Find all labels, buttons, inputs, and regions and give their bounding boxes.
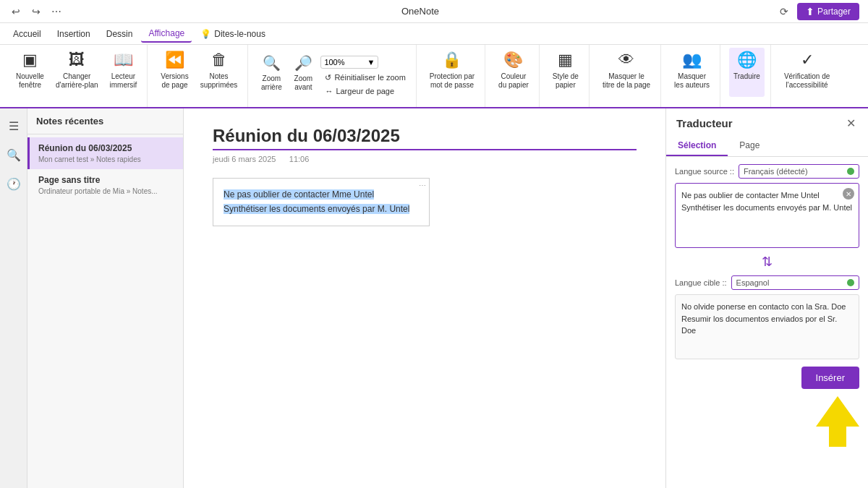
page-width-label: Largeur de page [336,87,394,95]
reset-zoom-label: Réinitialiser le zoom [334,73,405,82]
ribbon-group-view: ▣ Nouvellefenêtre 🖼 Changerd'arrière-pla… [6,45,148,107]
sidebar-icon-notes[interactable]: ☰ [2,114,25,137]
immersive-reader-icon: 📖 [114,51,133,69]
paper-color-icon: 🎨 [503,51,523,69]
sidebar-icon-recent[interactable]: 🕐 [2,172,25,195]
new-window-label: Nouvellefenêtre [16,72,44,90]
menu-dessin[interactable]: Dessin [99,26,140,42]
note-item-0-title: Réunion du 06/03/2025 [38,143,174,153]
translator-body: Langue source :: Français (détecté) Ne p… [666,157,868,488]
app-title: OneNote [401,6,439,17]
ribbon-group-hide-title: 👁 Masquer letitre de la page [592,45,661,107]
main-layout: ☰ 🔍 🕐 Notes récentes Réunion du 06/03/20… [0,108,868,488]
paper-style-button[interactable]: ▦ Style depapier [548,48,583,97]
note-item-0[interactable]: Réunion du 06/03/2025 Mon carnet test » … [27,137,183,169]
page-width-button[interactable]: ↔ Largeur de page [320,85,409,97]
menu-accueil[interactable]: Accueil [6,26,48,42]
title-bar: ↩ ↪ ⋯ OneNote ⟳ ⬆ Partager [0,0,868,23]
translate-button[interactable]: 🌐 Traduire [729,48,765,97]
sidebar-icons: ☰ 🔍 🕐 [0,108,27,488]
translate-label: Traduire [733,72,760,81]
note-item-1-subtitle: Ordinateur portable de Mia » Notes... [38,187,174,195]
accessibility-icon: ✓ [801,51,814,69]
ribbon-group-history-buttons: ⏪ Versionsde page 🗑 Notessupprimées [156,48,242,97]
undo-icon[interactable]: ↩ [9,4,23,19]
content-line-0-highlighted: Ne pas oublier de contacter Mme Untel [224,189,374,200]
ribbon-group-translate: 🌐 Traduire [723,45,771,107]
drag-handle[interactable]: ⋯ [417,180,427,190]
translator-close-button[interactable]: ✕ [843,116,858,130]
insert-button[interactable]: Insérer [801,367,859,389]
page-title: Réunion du 06/03/2025 [213,126,637,150]
ribbon-group-zoom: 🔍 Zoomarrière 🔎 Zoomavant 100% ▼ ↺ Réini… [251,45,416,107]
translator-tabs: Sélection Page [666,136,868,157]
immersive-reader-label: Lecteurimmersif [110,72,137,90]
notes-supprimees-button[interactable]: 🗑 Notessupprimées [196,48,242,97]
page-date-text: jeudi 6 mars 2025 [213,155,276,163]
clear-source-button[interactable]: ✕ [843,188,854,200]
tab-page[interactable]: Page [728,136,771,156]
nouvelle-fenetre-button[interactable]: ▣ Nouvellefenêtre [12,48,48,97]
notes-list-separator [27,134,183,134]
menu-dites-le-nous[interactable]: 💡 Dites-le-nous [193,26,273,42]
translation-output: No olvide ponerse en contacto con la Sra… [675,294,859,359]
zoom-in-icon: 🔎 [294,54,312,72]
zoom-value: 100% [324,58,344,67]
hide-title-label: Masquer letitre de la page [603,72,650,90]
zoom-out-label: Zoomarrière [261,74,282,92]
hide-title-button[interactable]: 👁 Masquer letitre de la page [598,48,655,97]
zoom-sub-buttons: ↺ Réinitialiser le zoom ↔ Largeur de pag… [320,72,409,97]
menu-insertion[interactable]: Insertion [50,26,98,42]
note-content-box[interactable]: ⋯ Ne pas oublier de contacter Mme Untel … [213,178,430,226]
hide-authors-label: Masquerles auteurs [674,72,710,90]
ribbon-group-accessibility: ✓ Vérification del'accessibilité [774,45,840,107]
source-lang-value: Français (détecté) [744,167,808,176]
accessibility-button[interactable]: ✓ Vérification del'accessibilité [780,48,834,97]
notes-list: Notes récentes Réunion du 06/03/2025 Mon… [27,108,184,488]
swap-languages-button[interactable]: ⇅ [762,254,773,270]
zoom-out-icon: 🔍 [263,54,281,72]
redo-icon[interactable]: ↪ [29,4,43,19]
content-line-1-highlighted: Synthétiser les documents envoyés par M.… [224,204,409,214]
lecteur-immersif-button[interactable]: 📖 Lecteurimmersif [106,48,142,97]
translator-title: Traducteur [676,117,733,129]
menu-bar: Accueil Insertion Dessin Affichage 💡 Dit… [0,23,868,45]
paper-color-button[interactable]: 🎨 Couleurdu papier [494,48,533,97]
note-item-1[interactable]: Page sans titre Ordinateur portable de M… [27,169,183,201]
notes-list-header: Notes récentes [27,108,183,131]
source-textarea[interactable]: Ne pas oublier de contacter Mme UntelSyn… [675,183,859,248]
zoom-select[interactable]: 100% ▼ [320,56,378,69]
source-lang-select[interactable]: Français (détecté) [739,164,859,179]
lock-icon: 🔒 [442,51,461,69]
refresh-icon[interactable]: ⟳ [777,4,791,19]
share-button[interactable]: ⬆ Partager [797,3,859,20]
title-bar-left: ↩ ↪ ⋯ [9,4,64,19]
ribbon-group-view-buttons: ▣ Nouvellefenêtre 🖼 Changerd'arrière-pla… [12,48,141,97]
ribbon-group-history: ⏪ Versionsde page 🗑 Notessupprimées [150,45,248,107]
accessibility-label: Vérification del'accessibilité [784,72,830,90]
page-width-icon: ↔ [325,87,333,95]
more-icon[interactable]: ⋯ [49,4,64,19]
menu-affichage[interactable]: Affichage [141,25,192,43]
target-lang-row: Langue cible :: Espagnol [675,275,859,290]
tab-selection[interactable]: Sélection [666,136,728,156]
versions-page-button[interactable]: ⏪ Versionsde page [156,48,192,97]
reset-zoom-button[interactable]: ↺ Réinitialiser le zoom [320,72,409,84]
main-content: Réunion du 06/03/2025 jeudi 6 mars 2025 … [184,108,665,488]
zoom-avant-button[interactable]: 🔎 Zoomavant [289,51,318,100]
background-icon: 🖼 [69,51,85,69]
ribbon: ▣ Nouvellefenêtre 🖼 Changerd'arrière-pla… [0,45,868,108]
note-item-0-subtitle: Mon carnet test » Notes rapides [38,155,174,163]
ribbon-group-color: 🎨 Couleurdu papier [488,45,540,107]
target-lang-select[interactable]: Espagnol [731,275,859,290]
arrow-insert-annotation [675,396,859,447]
target-text: No olvide ponerse en contacto con la Sra… [681,301,853,337]
zoom-arriere-button[interactable]: 🔍 Zoomarrière [257,51,286,100]
deleted-notes-label: Notessupprimées [200,72,238,90]
hide-authors-button[interactable]: 👥 Masquerles auteurs [670,48,714,97]
zoom-dropdown-icon: ▼ [367,58,375,67]
sidebar-icon-search[interactable]: 🔍 [2,143,25,166]
password-protection-button[interactable]: 🔒 Protection parmot de passe [425,48,479,97]
changer-arriere-plan-button[interactable]: 🖼 Changerd'arrière-plan [51,48,103,97]
password-label: Protection parmot de passe [430,72,475,90]
